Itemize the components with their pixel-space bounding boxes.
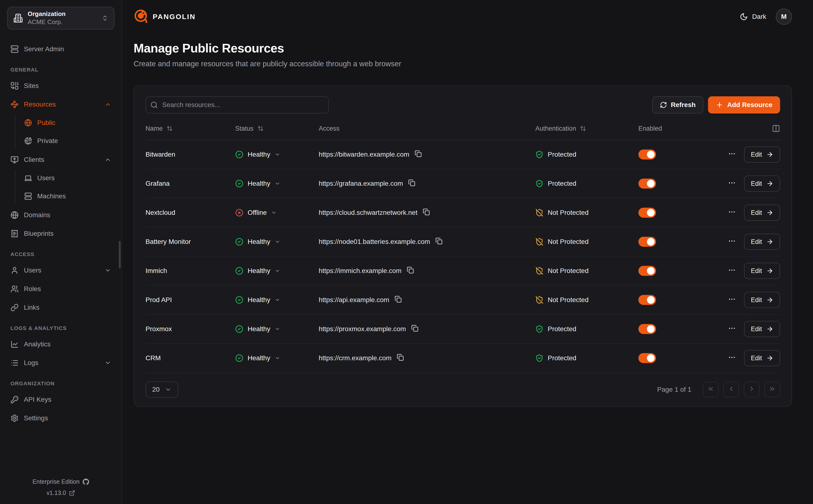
enabled-toggle[interactable] xyxy=(638,149,656,159)
search-input[interactable] xyxy=(145,96,329,113)
sidebar-item-label: Sites xyxy=(24,82,111,90)
resource-url: https://cloud.schwartznetwork.net xyxy=(319,209,418,216)
copy-url-button[interactable] xyxy=(436,237,443,246)
edit-button[interactable]: Edit xyxy=(744,292,780,308)
chevron-down-icon xyxy=(165,386,171,393)
ellipsis-icon xyxy=(728,324,736,334)
row-menu-button[interactable] xyxy=(728,353,736,363)
copy-url-button[interactable] xyxy=(394,296,402,304)
refresh-button[interactable]: Refresh xyxy=(652,96,703,113)
sidebar-item-general-users[interactable]: Users xyxy=(20,170,116,186)
edition-link[interactable]: Enterprise Edition xyxy=(32,478,89,485)
sidebar-item-general-blueprints[interactable]: Blueprints xyxy=(6,226,116,242)
sidebar-item-organization-api-keys[interactable]: API Keys xyxy=(6,391,116,408)
column-header-authentication[interactable]: Authentication xyxy=(535,125,638,132)
sidebar-item-logs-analytics-logs[interactable]: Logs xyxy=(6,355,116,371)
row-menu-button[interactable] xyxy=(728,324,736,334)
copy-url-button[interactable] xyxy=(411,325,419,334)
enabled-toggle[interactable] xyxy=(638,179,656,189)
version-link[interactable]: v1.13.0 xyxy=(46,489,75,496)
chevron-down-icon xyxy=(274,268,280,274)
edit-label: Edit xyxy=(751,238,762,246)
sidebar-item-general-private[interactable]: Private xyxy=(20,133,116,149)
sidebar-section-heading-access: ACCESS xyxy=(10,251,111,257)
copy-url-button[interactable] xyxy=(397,354,404,363)
row-menu-button[interactable] xyxy=(728,266,736,276)
brand[interactable]: PANGOLIN xyxy=(134,9,196,25)
enabled-toggle[interactable] xyxy=(638,353,656,363)
chevron-down-icon xyxy=(274,355,280,361)
auth-cell: Not Protected xyxy=(535,209,638,217)
status-dropdown[interactable]: Offline xyxy=(235,209,319,217)
enabled-toggle[interactable] xyxy=(638,266,656,276)
column-settings-button[interactable] xyxy=(772,124,780,133)
add-resource-button[interactable]: Add Resource xyxy=(708,96,780,113)
status-dropdown[interactable]: Healthy xyxy=(235,325,319,333)
sidebar-footer: Enterprise Edition v1.13.0 xyxy=(0,472,122,504)
row-menu-button[interactable] xyxy=(728,179,736,189)
page-size-select[interactable]: 20 xyxy=(145,381,178,398)
sidebar-scrollbar[interactable] xyxy=(119,241,121,268)
last-page-button[interactable] xyxy=(764,382,780,397)
sidebar-item-logs-analytics-analytics[interactable]: Analytics xyxy=(6,336,116,352)
table-row: Battery MonitorHealthyhttps://node01.bat… xyxy=(145,227,780,257)
status-label: Healthy xyxy=(248,180,270,187)
row-menu-button[interactable] xyxy=(728,295,736,305)
copy-url-button[interactable] xyxy=(407,267,414,275)
status-label: Healthy xyxy=(248,354,270,362)
resource-name: Grafana xyxy=(145,180,235,187)
sidebar-item-general-machines[interactable]: Machines xyxy=(20,188,116,204)
edit-button[interactable]: Edit xyxy=(744,146,780,163)
copy-url-button[interactable] xyxy=(423,208,430,217)
sidebar-item-general-public[interactable]: Public xyxy=(20,115,116,131)
status-dropdown[interactable]: Healthy xyxy=(235,180,319,188)
prev-page-button[interactable] xyxy=(723,382,739,397)
row-menu-button[interactable] xyxy=(728,237,736,247)
sidebar-item-general-resources[interactable]: Resources xyxy=(6,96,116,113)
table-toolbar: Refresh Add Resource xyxy=(145,96,780,113)
status-dropdown[interactable]: Healthy xyxy=(235,267,319,275)
resource-url: https://bitwarden.example.com xyxy=(319,151,410,158)
column-header-status[interactable]: Status xyxy=(235,125,319,132)
enabled-toggle[interactable] xyxy=(638,237,656,247)
theme-toggle[interactable]: Dark xyxy=(740,13,766,21)
org-switcher[interactable]: Organization ACME Corp. xyxy=(7,7,114,30)
next-page-button[interactable] xyxy=(744,382,760,397)
edit-button[interactable]: Edit xyxy=(744,234,780,250)
edit-button[interactable]: Edit xyxy=(744,321,780,337)
edit-button[interactable]: Edit xyxy=(744,175,780,192)
status-dropdown[interactable]: Healthy xyxy=(235,296,319,304)
org-switcher-value: ACME Corp. xyxy=(28,18,97,26)
edit-button[interactable]: Edit xyxy=(744,263,780,279)
sidebar-item-server-admin[interactable]: Server Admin xyxy=(6,41,116,57)
row-menu-button[interactable] xyxy=(728,208,736,218)
edit-button[interactable]: Edit xyxy=(744,205,780,221)
enabled-toggle[interactable] xyxy=(638,324,656,334)
sidebar-item-organization-settings[interactable]: Settings xyxy=(6,410,116,426)
sidebar-item-label: API Keys xyxy=(24,396,111,403)
building-icon xyxy=(13,13,23,23)
status-dropdown[interactable]: Healthy xyxy=(235,354,319,362)
avatar[interactable]: M xyxy=(776,9,792,25)
sidebar-item-general-clients[interactable]: Clients xyxy=(6,152,116,168)
status-dropdown[interactable]: Healthy xyxy=(235,150,319,159)
resource-name: Proxmox xyxy=(145,325,235,333)
ellipsis-icon xyxy=(728,266,736,276)
copy-url-button[interactable] xyxy=(408,179,415,188)
column-header-name[interactable]: Name xyxy=(145,125,235,132)
sidebar-item-access-links[interactable]: Links xyxy=(6,299,116,316)
pagination: Page 1 of 1 xyxy=(657,382,780,397)
status-dropdown[interactable]: Healthy xyxy=(235,238,319,246)
copy-url-button[interactable] xyxy=(415,150,422,159)
edit-button[interactable]: Edit xyxy=(744,350,780,366)
enabled-toggle[interactable] xyxy=(638,208,656,218)
row-menu-button[interactable] xyxy=(728,150,736,159)
sidebar-item-access-users[interactable]: Users xyxy=(6,262,116,278)
sidebar-item-general-domains[interactable]: Domains xyxy=(6,207,116,223)
copy-icon xyxy=(415,150,422,159)
first-page-button[interactable] xyxy=(703,382,719,397)
sidebar-item-general-sites[interactable]: Sites xyxy=(6,78,116,94)
enabled-toggle[interactable] xyxy=(638,295,656,305)
chevron-down-icon xyxy=(271,210,277,216)
sidebar-item-access-roles[interactable]: Roles xyxy=(6,281,116,297)
